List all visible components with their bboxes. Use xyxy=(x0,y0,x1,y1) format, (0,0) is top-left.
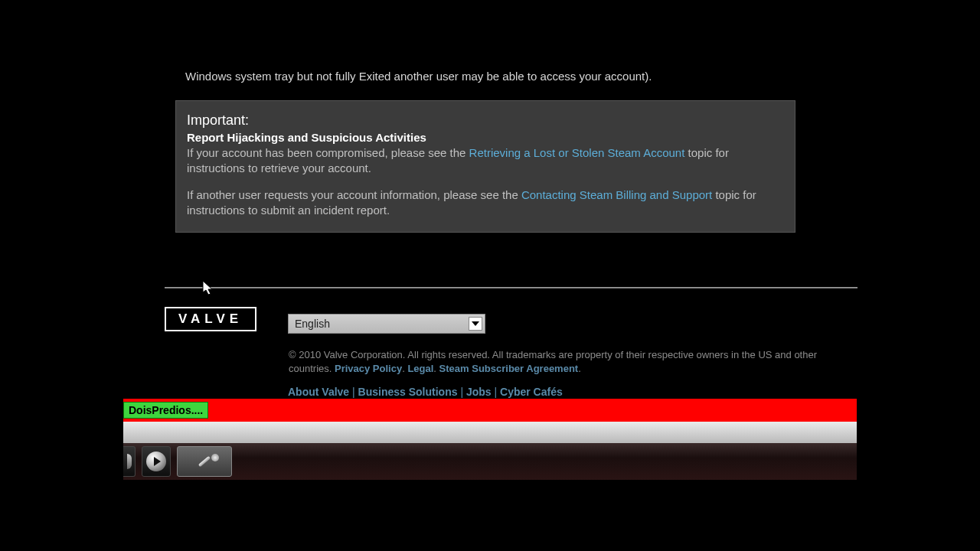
link-retrieving-account[interactable]: Retrieving a Lost or Stolen Steam Accoun… xyxy=(469,146,685,159)
separator: | xyxy=(494,386,500,398)
link-about-valve[interactable]: About Valve xyxy=(288,386,349,398)
important-box: Important: Report Hijackings and Suspici… xyxy=(175,100,795,233)
link-legal[interactable]: Legal xyxy=(407,363,433,374)
toolbar-strip xyxy=(123,422,857,443)
cursor-icon xyxy=(202,280,214,297)
dropdown-button[interactable] xyxy=(469,317,482,331)
chevron-down-icon xyxy=(472,321,479,326)
language-selected-value: English xyxy=(295,318,330,330)
separator: | xyxy=(460,386,466,398)
link-subscriber-agreement[interactable]: Steam Subscriber Agreement xyxy=(439,363,579,374)
taskbar-item-settings[interactable] xyxy=(177,446,232,477)
link-jobs[interactable]: Jobs xyxy=(466,386,492,398)
para-2-pre: If another user requests your account in… xyxy=(187,188,521,201)
taskbar-item-media-player[interactable] xyxy=(142,446,171,477)
para-1-pre: If your account has been compromised, pl… xyxy=(187,146,469,159)
taskbar xyxy=(123,443,857,480)
report-heading: Report Hijackings and Suspicious Activit… xyxy=(187,131,784,144)
play-icon xyxy=(146,452,166,471)
link-privacy-policy[interactable]: Privacy Policy xyxy=(335,363,402,374)
link-cyber-cafes[interactable]: Cyber Cafés xyxy=(500,386,563,398)
partial-icon xyxy=(127,454,132,469)
copyright-text: © 2010 Valve Corporation. All rights res… xyxy=(289,348,855,375)
dot2: . xyxy=(433,363,439,374)
para-1: If your account has been compromised, pl… xyxy=(187,145,784,177)
taskbar-item-partial[interactable] xyxy=(123,446,136,477)
active-tab-label[interactable]: DoisPredios.... xyxy=(123,402,208,419)
wrench-icon xyxy=(198,460,211,463)
para-2: If another user requests your account in… xyxy=(187,187,784,219)
valve-logo[interactable]: VALVE xyxy=(165,307,256,331)
link-contacting-support[interactable]: Contacting Steam Billing and Support xyxy=(521,188,712,201)
divider xyxy=(165,287,858,289)
link-business-solutions[interactable]: Business Solutions xyxy=(358,386,458,398)
important-title: Important: xyxy=(187,112,784,129)
intro-text: Windows system tray but not fully Exited… xyxy=(185,70,652,83)
language-select[interactable]: English xyxy=(288,314,485,334)
progress-bar-background xyxy=(123,399,857,422)
dot3: . xyxy=(578,363,581,374)
separator: | xyxy=(352,386,358,398)
footer-links: About Valve | Business Solutions | Jobs … xyxy=(288,386,563,398)
